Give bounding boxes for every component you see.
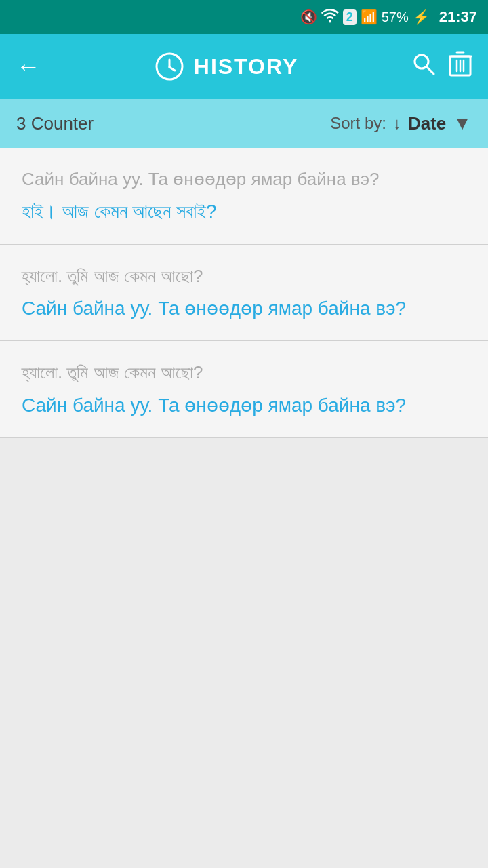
list-item[interactable]: হ্যালো. তুমি আজ কেমন আছো? Сайн байна уу.… [0,341,488,438]
notification-badge: 2 [343,9,357,25]
svg-line-4 [427,67,434,74]
list-item[interactable]: Сайн байна уу. Та өнөөдөр ямар байна вэ?… [0,148,488,245]
sort-bar: 3 Counter Sort by: ↓ Date ▼ [0,99,488,148]
app-bar-center: HISTORY [155,52,298,81]
sort-controls[interactable]: Sort by: ↓ Date ▼ [330,113,472,134]
battery-text: 57% [382,9,409,25]
status-icons: 🔇 2 📶 57% ⚡ 21:37 [300,8,477,26]
question-text: হ্যালো. তুমি আজ কেমন আছো? [22,264,466,288]
back-button[interactable]: ← [16,52,41,81]
answer-text: হাই। আজ কেমন আছেন সবাই? [22,198,466,224]
app-bar-actions [412,51,472,82]
delete-button[interactable] [449,51,472,82]
wifi-icon [321,8,339,26]
history-list: Сайн байна уу. Та өнөөдөр ямар байна вэ?… [0,148,488,438]
signal-icon: 📶 [361,9,378,25]
question-text: হ্যালো. তুমি আজ কেমন আছো? [22,360,466,384]
charging-icon: ⚡ [413,9,430,25]
list-item[interactable]: হ্যালো. তুমি আজ কেমন আছো? Сайн байна уу.… [0,245,488,342]
answer-text: Сайн байна уу. Та өнөөдөр ямар байна вэ? [22,295,466,321]
status-bar: 🔇 2 📶 57% ⚡ 21:37 [0,0,488,34]
search-button[interactable] [412,52,435,81]
sort-by-label: Sort by: [330,114,386,133]
sort-dropdown-icon[interactable]: ▼ [453,113,472,134]
answer-text: Сайн байна уу. Та өнөөдөр ямар байна вэ? [22,392,466,418]
mute-icon: 🔇 [300,9,317,25]
sort-direction-icon: ↓ [393,114,401,133]
question-text: Сайн байна уу. Та өнөөдөр ямар байна вэ? [22,167,466,191]
app-bar-title: HISTORY [194,54,298,79]
counter-label: 3 Counter [16,113,94,134]
app-bar: ← HISTORY [0,34,488,99]
clock-icon [155,52,184,81]
sort-field-label: Date [408,113,446,134]
svg-line-2 [169,67,175,71]
status-time: 21:37 [439,8,477,26]
